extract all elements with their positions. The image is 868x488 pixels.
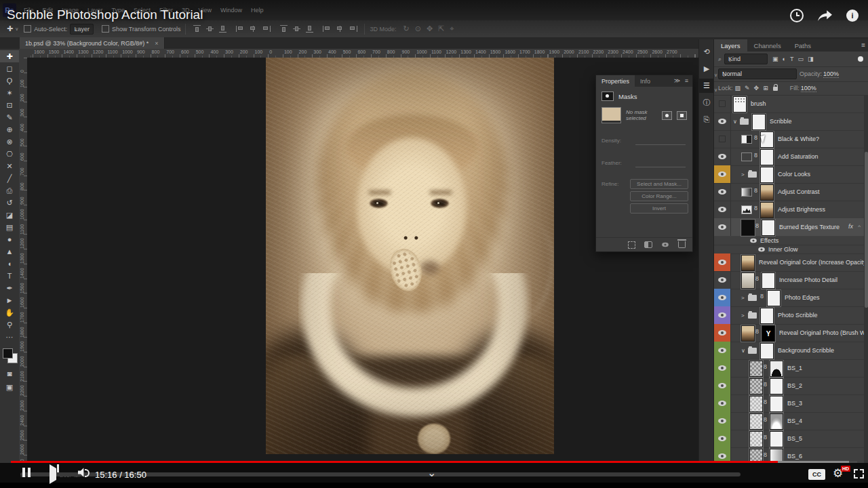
distribute-center-icon[interactable] (336, 25, 344, 33)
auto-select-checkbox[interactable] (24, 25, 31, 33)
layers-scrollbar[interactable] (864, 95, 868, 463)
screen-mode-icon[interactable]: ▣ (0, 381, 19, 393)
auto-select-target-dropdown[interactable]: Layer ∨ (70, 24, 94, 35)
marquee-tool[interactable]: ◻ (0, 62, 19, 75)
apply-mask-icon[interactable] (644, 241, 652, 248)
visibility-toggle[interactable] (714, 377, 731, 394)
layer-row[interactable]: 8BS_5 (714, 430, 864, 448)
lock-transparency-icon[interactable]: ▨ (735, 85, 741, 92)
spot-healing-tool[interactable]: ⊕ (0, 123, 19, 136)
invert-button[interactable]: Invert (630, 203, 688, 214)
visibility-toggle[interactable] (714, 289, 731, 306)
align-bottom-icon[interactable] (218, 25, 227, 33)
filter-type-layers-icon[interactable]: T (790, 56, 794, 62)
sharpen-tool[interactable]: ▲ (0, 245, 19, 258)
collapse-fx-icon[interactable]: ^ (858, 224, 861, 230)
visibility-toggle[interactable] (714, 306, 731, 324)
layer-row[interactable]: 8BS_3 (714, 394, 864, 413)
layer-row[interactable]: 8BS_2 (714, 377, 864, 395)
tab-info[interactable]: Info (635, 75, 656, 87)
distribute-bottom-icon[interactable] (305, 25, 314, 33)
visibility-toggle[interactable] (714, 271, 731, 289)
brush-tool[interactable]: ╱ (0, 172, 19, 184)
visibility-toggle[interactable] (714, 412, 731, 430)
visibility-toggle[interactable] (714, 394, 731, 412)
add-vector-mask-button[interactable] (677, 111, 687, 120)
expand-chevron-icon[interactable]: > (741, 171, 745, 178)
layer-row[interactable]: Inner Glow (714, 245, 864, 254)
eyedropper-tool[interactable]: ✎ (0, 111, 19, 123)
3d-zoom-icon[interactable]: ⌖ (450, 24, 454, 33)
tab-layers[interactable]: Layers (714, 39, 747, 52)
history-panel-icon[interactable]: ⟲ (699, 45, 714, 59)
blend-mode-dropdown[interactable]: Normal ∨ (718, 68, 797, 79)
chevron-down-icon[interactable]: ∨ (714, 73, 717, 78)
visibility-toggle[interactable] (714, 165, 731, 183)
eye-icon[interactable] (758, 247, 765, 251)
path-selection-tool[interactable]: ► (0, 294, 19, 306)
blur-tool[interactable]: ● (0, 233, 19, 245)
lock-position-icon[interactable]: ✥ (754, 85, 760, 92)
layer-row[interactable]: 8BS_4 (714, 412, 864, 430)
layer-row[interactable]: brush (714, 95, 864, 113)
lock-pixels-icon[interactable]: ✎ (745, 85, 750, 92)
info-panel-icon[interactable]: ⓘ (699, 96, 714, 110)
properties-panel-icon[interactable]: ☰ (699, 79, 714, 93)
visibility-toggle[interactable] (714, 201, 731, 218)
load-selection-icon[interactable] (628, 241, 635, 249)
captions-button[interactable]: CC (808, 469, 825, 480)
layer-row[interactable]: 8BS_1 (714, 359, 864, 378)
share-icon[interactable] (818, 10, 832, 21)
align-left-icon[interactable] (236, 25, 245, 33)
disable-mask-icon[interactable] (662, 243, 669, 247)
layer-row[interactable]: 8Burned Edges Texturefx^ (714, 218, 864, 237)
select-and-mask-button[interactable]: Select and Mask... (630, 179, 688, 189)
align-middle-icon[interactable] (205, 25, 214, 33)
chevron-down-icon[interactable]: ⌄ (427, 466, 436, 479)
visibility-toggle[interactable] (714, 95, 731, 113)
more-tools[interactable]: ⋯ (0, 331, 19, 343)
quick-mask-icon[interactable]: ◙ (0, 367, 19, 380)
dodge-tool[interactable]: ◖ (0, 258, 19, 270)
align-top-icon[interactable] (193, 25, 201, 33)
visibility-toggle[interactable] (714, 324, 731, 342)
layer-row[interactable]: Effects (714, 236, 864, 245)
tool-preset-chevron-icon[interactable]: ∨ (15, 26, 18, 32)
delete-mask-icon[interactable] (678, 241, 686, 248)
video-title[interactable]: Scribble Photoshop Action Tutorial (7, 7, 203, 22)
menu-help[interactable]: Help (249, 5, 266, 15)
layer-row[interactable]: 8YReveal Original Photo (Brush White Int… (714, 324, 864, 342)
layer-row[interactable]: 8Adjust Contrast (714, 183, 864, 201)
filter-kind-dropdown[interactable]: Kind ∨ (724, 54, 768, 64)
visibility-toggle[interactable] (714, 183, 731, 201)
3d-slide-icon[interactable]: ⇱ (438, 24, 444, 33)
layer-row[interactable]: Reveal Original Color (Increase Opacity) (714, 253, 864, 272)
layer-row[interactable]: 8Add Saturation (714, 148, 864, 166)
distribute-top-icon[interactable] (279, 25, 288, 33)
tab-channels[interactable]: Channels (747, 39, 788, 52)
close-tab-icon[interactable]: × (155, 40, 158, 47)
visibility-toggle[interactable] (714, 253, 731, 271)
layer-row[interactable]: >8Photo Edges (714, 289, 864, 307)
clone-stamp-tool[interactable]: ⎙ (0, 184, 19, 197)
gradient-tool[interactable]: ▤ (0, 221, 19, 233)
layer-row[interactable]: 8Adjust Brightness (714, 201, 864, 219)
expand-chevron-icon[interactable]: ∨ (733, 119, 737, 125)
visibility-toggle[interactable] (714, 359, 731, 377)
crop-tool[interactable]: ⊡ (0, 99, 19, 111)
eraser-tool[interactable]: ◪ (0, 209, 19, 221)
chevron-down-icon[interactable]: ∨ (714, 87, 717, 93)
content-aware-move-tool[interactable]: ✕ (0, 160, 19, 172)
patch-tool[interactable]: ⎔ (0, 148, 19, 160)
fill-value[interactable]: 100% (801, 85, 816, 92)
visibility-toggle[interactable] (714, 430, 731, 447)
filter-adjustment-layers-icon[interactable]: ◐ (783, 56, 786, 62)
feather-slider[interactable] (635, 167, 686, 167)
lasso-tool[interactable]: Ϙ (0, 75, 19, 87)
visibility-toggle[interactable] (714, 218, 731, 236)
clone-source-panel-icon[interactable]: ⎘ (699, 113, 714, 127)
expand-chevron-icon[interactable]: > (741, 312, 745, 319)
distribute-right-icon[interactable] (349, 25, 357, 33)
eye-icon[interactable] (750, 239, 757, 243)
align-right-icon[interactable] (262, 25, 271, 33)
